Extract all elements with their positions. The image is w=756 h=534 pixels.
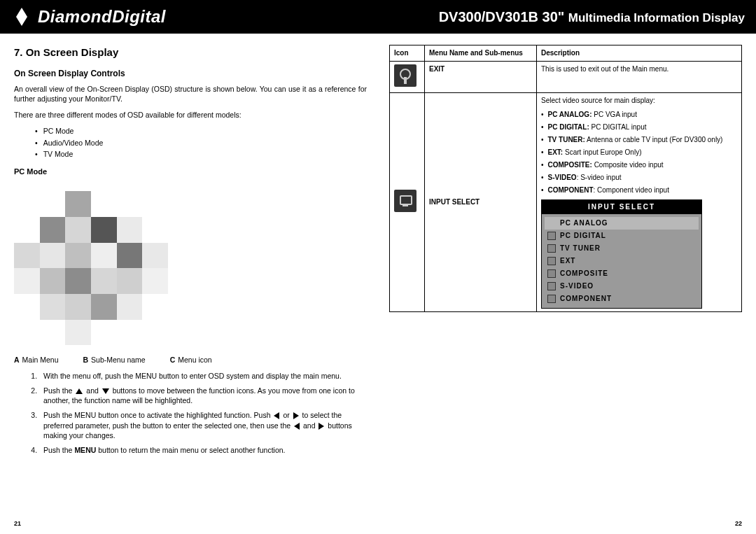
model-title: DV300/DV301B 30" Multimedia Information … <box>439 9 745 25</box>
brand-text: DiamondDigital <box>38 7 166 27</box>
input-item: COMPONENT: Component video input <box>541 185 737 195</box>
subsection-title: On Screen Display Controls <box>14 68 367 80</box>
step-2: Push the and buttons to move between the… <box>39 386 367 406</box>
mode-item: TV Mode <box>35 149 367 160</box>
modes-intro: There are three different modes of OSD a… <box>14 110 367 120</box>
brand-block: DiamondDigital <box>11 6 166 27</box>
input-item: EXT: Scart input Europe Only) <box>541 148 737 157</box>
legend: AMain Menu BSub-Menu name CMenu icon <box>14 355 367 365</box>
right-arrow-icon <box>318 423 324 430</box>
right-arrow-icon <box>293 412 299 419</box>
input-item: PC ANALOG: PC VGA input <box>541 110 737 120</box>
model-sub: Multimedia Information Display <box>568 11 745 24</box>
input-select-osd-panel: INPUT SELECT PC ANALOG PC DIGITAL TV TUN… <box>541 199 702 309</box>
model-main: DV300/DV301B 30" <box>439 9 565 24</box>
diamond-logo-icon <box>11 6 32 27</box>
legend-a: AMain Menu <box>14 356 70 364</box>
row-exit: EXIT This is used to exit out of the Mai… <box>390 62 742 93</box>
legend-c: CMenu icon <box>170 356 223 364</box>
osd-row-icon <box>547 295 556 303</box>
osd-item: PC DIGITAL <box>545 230 699 242</box>
pc-mode-title: PC Mode <box>14 167 367 177</box>
osd-row-icon <box>547 257 556 265</box>
osd-item: EXT <box>545 255 699 267</box>
osd-item: PC ANALOG <box>545 217 699 230</box>
osd-row-icon <box>547 219 556 227</box>
intro-text: An overall view of the On-Screen Display… <box>14 84 367 104</box>
section-title: 7. On Screen Display <box>14 45 367 59</box>
right-column: Icon Menu Name and Sub-menus Description… <box>384 45 742 527</box>
page-number-right: 22 <box>735 520 742 527</box>
left-arrow-icon <box>274 412 279 419</box>
input-desc-cell: Select video source for main display: PC… <box>537 93 742 312</box>
input-item: TV TUNER: Antenna or cable TV input (For… <box>541 135 737 145</box>
up-arrow-icon <box>76 388 83 394</box>
osd-item: TV TUNER <box>545 242 699 255</box>
row-input-select: INPUT SELECT Select video source for mai… <box>390 93 742 312</box>
osd-menu-table: Icon Menu Name and Sub-menus Description… <box>389 45 742 312</box>
th-desc: Description <box>537 45 742 62</box>
input-intro: Select video source for main display: <box>541 96 737 106</box>
th-menu: Menu Name and Sub-menus <box>425 45 537 62</box>
down-arrow-icon <box>102 388 109 394</box>
page-body: 7. On Screen Display On Screen Display C… <box>0 34 756 534</box>
osd-panel-title: INPUT SELECT <box>542 200 701 214</box>
exit-icon-cell <box>390 62 425 93</box>
steps-list: With the menu off, push the MENU button … <box>39 371 367 456</box>
exit-desc: This is used to exit out of the Main men… <box>537 62 742 93</box>
page-header: DiamondDigital DV300/DV301B 30" Multimed… <box>0 0 756 34</box>
osd-item: S-VIDEO <box>545 280 699 293</box>
page-number-left: 21 <box>14 520 21 527</box>
input-list: PC ANALOG: PC VGA input PC DIGITAL: PC D… <box>541 110 737 195</box>
osd-panel-body: PC ANALOG PC DIGITAL TV TUNER EXT COMPOS… <box>542 214 701 308</box>
osd-row-icon <box>547 282 556 290</box>
mode-item: PC Mode <box>35 126 367 136</box>
input-name: INPUT SELECT <box>425 93 537 312</box>
input-icon-cell <box>390 93 425 312</box>
osd-screenshot-placeholder <box>14 191 168 345</box>
step-4: Push the MENU button to return the main … <box>39 445 367 456</box>
osd-row-icon <box>547 232 556 240</box>
osd-item: COMPONENT <box>545 293 699 305</box>
input-item: PC DIGITAL: PC DIGITAL input <box>541 122 737 132</box>
input-item: COMPOSITE: Composite video input <box>541 160 737 170</box>
osd-row-icon <box>547 269 556 278</box>
osd-row-icon <box>547 244 556 253</box>
step-3: Push the MENU button once to activate th… <box>39 410 367 441</box>
left-arrow-icon <box>294 423 300 430</box>
input-select-icon <box>394 190 416 212</box>
exit-name: EXIT <box>425 62 537 93</box>
th-icon: Icon <box>390 45 425 62</box>
left-column: 7. On Screen Display On Screen Display C… <box>14 45 367 527</box>
input-item: S-VIDEO: S-video input <box>541 173 737 183</box>
mode-item: Audio/Video Mode <box>35 138 367 148</box>
modes-list: PC Mode Audio/Video Mode TV Mode <box>35 126 367 160</box>
osd-item: COMPOSITE <box>545 267 699 280</box>
legend-b: BSub-Menu name <box>83 356 156 364</box>
step-1: With the menu off, push the MENU button … <box>39 371 367 381</box>
exit-icon <box>394 64 416 87</box>
